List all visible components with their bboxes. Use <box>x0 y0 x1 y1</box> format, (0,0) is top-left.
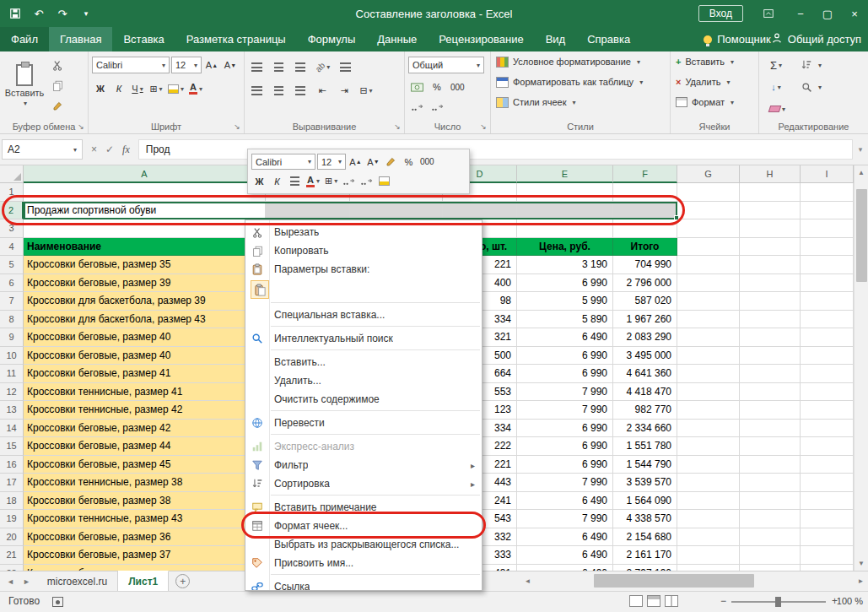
cell-E7[interactable]: 5 990 <box>517 292 613 311</box>
delete-cells-button[interactable]: × Удалить▾ <box>671 72 758 92</box>
row-header-10[interactable]: 10 <box>0 347 24 366</box>
menu-item-clear-contents[interactable]: Очистить содержимое <box>245 390 482 409</box>
column-header-H[interactable]: H <box>740 165 801 183</box>
menu-item-delete[interactable]: Удалить... <box>245 371 482 390</box>
shrink-font-button[interactable]: А▼ <box>222 57 239 73</box>
cell-F9[interactable]: 2 083 290 <box>613 328 677 347</box>
cell-A13[interactable]: Кроссовки теннисные, размер 42 <box>24 401 266 420</box>
column-header-G[interactable]: G <box>677 165 740 183</box>
sheet-tab-microexcel.ru[interactable]: microexcel.ru <box>37 571 118 591</box>
row-header-1[interactable]: 1 <box>0 183 24 202</box>
autosum-button[interactable]: Σ▾ <box>768 57 784 73</box>
menu-item-cut[interactable]: Вырезать <box>245 223 482 241</box>
menu-item-copy[interactable]: Копировать <box>245 241 482 260</box>
maximize-button[interactable]: ▢ <box>814 0 841 27</box>
cell-G16[interactable] <box>677 456 740 474</box>
cell-A18[interactable]: Кроссовки беговые, размер 38 <box>24 492 266 511</box>
cell-H19[interactable] <box>740 510 801 528</box>
cell-I9[interactable] <box>801 328 854 347</box>
cell-I3[interactable] <box>801 219 854 238</box>
cut-button[interactable] <box>49 57 66 73</box>
cell-F12[interactable]: 4 418 470 <box>613 383 677 402</box>
mini-fill-color-button[interactable] <box>376 173 392 189</box>
close-button[interactable]: × <box>841 0 868 27</box>
cell-H10[interactable] <box>740 347 801 366</box>
menu-item-insert-comment[interactable]: Вставить примечание <box>245 498 482 517</box>
cell-I12[interactable] <box>801 383 854 402</box>
cell-F17[interactable]: 3 539 570 <box>613 474 677 492</box>
ribbon-tab-2[interactable]: Главная <box>49 27 112 51</box>
cell-A22[interactable]: Кроссовки беговые, размер <box>24 565 266 571</box>
column-header-E[interactable]: E <box>517 165 613 183</box>
row-header-8[interactable]: 8 <box>0 311 24 329</box>
cell-G18[interactable] <box>677 492 740 511</box>
cell-F3[interactable] <box>613 219 677 238</box>
cell-A12[interactable]: Кроссовки теннисные, размер 41 <box>24 383 266 402</box>
row-header-15[interactable]: 15 <box>0 437 24 456</box>
align-left-button[interactable] <box>248 82 265 99</box>
sheet-nav-left-icon[interactable]: ◄ <box>7 577 14 586</box>
row-header-13[interactable]: 13 <box>0 401 24 420</box>
ribbon-tab-7[interactable]: Рецензирование <box>428 27 534 51</box>
align-right-button[interactable] <box>292 82 309 99</box>
redo-icon[interactable]: ↷ <box>56 7 69 20</box>
cell-E6[interactable]: 6 990 <box>517 274 613 293</box>
cell-E21[interactable]: 6 490 <box>517 546 613 565</box>
mini-center-button[interactable] <box>287 173 303 189</box>
insert-cells-button[interactable]: + Вставить▾ <box>671 51 758 72</box>
ribbon-tab-9[interactable]: Справка <box>576 27 641 51</box>
paste-button[interactable]: Вставить ▾ <box>3 55 46 116</box>
cell-E12[interactable]: 7 990 <box>517 383 613 402</box>
assistant-button[interactable]: Помощник <box>704 27 771 51</box>
cell-E2[interactable] <box>517 202 613 220</box>
undo-icon[interactable]: ↶ <box>32 7 46 20</box>
menu-item-smart-lookup[interactable]: Интеллектуальный поиск <box>245 329 482 348</box>
orientation-button[interactable]: ab▾ <box>314 58 332 75</box>
cell-H4[interactable] <box>740 238 801 257</box>
mini-italic-button[interactable]: К <box>269 173 285 189</box>
cell-H3[interactable] <box>740 219 801 238</box>
zoom-slider-thumb[interactable] <box>775 597 781 607</box>
cell-A4[interactable]: Наименование <box>24 238 266 257</box>
row-header-12[interactable]: 12 <box>0 383 24 402</box>
cell-E15[interactable]: 6 990 <box>517 437 613 456</box>
page-break-view-icon[interactable] <box>665 595 678 607</box>
increase-indent-button[interactable]: ⇥ <box>336 82 353 99</box>
dialog-launcher-icon[interactable]: ↘ <box>478 122 488 132</box>
mini-increase-decimal-button[interactable] <box>341 173 357 189</box>
share-button[interactable]: Общий доступ <box>771 27 861 51</box>
cell-styles-button[interactable]: Стили ячеек▾ <box>491 92 670 112</box>
cell-I16[interactable] <box>801 456 854 474</box>
cell-H5[interactable] <box>740 256 801 274</box>
cell-E8[interactable]: 5 890 <box>517 311 613 329</box>
dialog-launcher-icon[interactable]: ↘ <box>76 122 86 132</box>
align-top-button[interactable] <box>248 58 265 75</box>
vertical-scroll-thumb[interactable] <box>856 189 867 282</box>
cell-I5[interactable] <box>801 256 854 274</box>
cell-F21[interactable]: 2 161 170 <box>613 546 677 565</box>
cell-E13[interactable]: 7 990 <box>517 401 613 420</box>
cell-E3[interactable] <box>517 219 613 238</box>
cell-E18[interactable]: 6 490 <box>517 492 613 511</box>
insert-function-icon[interactable]: fx <box>122 144 130 156</box>
row-header-3[interactable]: 3 <box>0 219 24 238</box>
align-bottom-button[interactable] <box>292 58 309 75</box>
menu-item-paste-option-keep[interactable] <box>245 279 482 301</box>
cell-F6[interactable]: 2 796 000 <box>613 274 677 293</box>
menu-item-format-cells[interactable]: Формат ячеек... <box>245 517 482 535</box>
cell-F20[interactable]: 2 154 680 <box>613 528 677 547</box>
row-header-2[interactable]: 2 <box>0 202 24 220</box>
cell-H13[interactable] <box>740 401 801 420</box>
cell-E20[interactable]: 6 490 <box>517 528 613 547</box>
cell-H2[interactable] <box>740 202 801 220</box>
sort-filter-button[interactable] <box>798 57 815 73</box>
cell-F5[interactable]: 704 990 <box>613 256 677 274</box>
cell-A8[interactable]: Кроссовки для баскетбола, размер 43 <box>24 311 266 329</box>
cell-I17[interactable] <box>801 474 854 492</box>
cell-G20[interactable] <box>677 528 740 547</box>
row-header-9[interactable]: 9 <box>0 328 24 347</box>
minimize-button[interactable]: − <box>787 0 814 27</box>
cell-I22[interactable] <box>801 565 854 571</box>
cell-F14[interactable]: 2 334 660 <box>613 420 677 438</box>
cell-A17[interactable]: Кроссовки теннисные, размер 38 <box>24 474 266 492</box>
